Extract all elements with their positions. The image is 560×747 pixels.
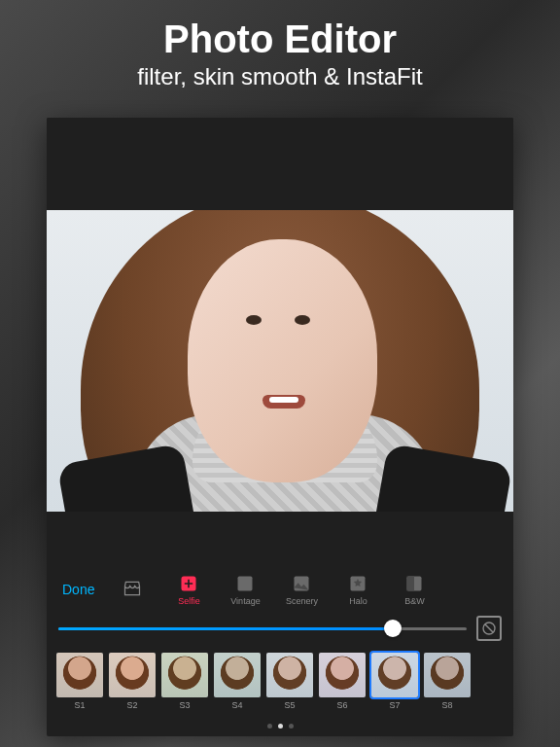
scenery-icon xyxy=(291,573,312,594)
main-photo xyxy=(47,210,513,512)
store-icon xyxy=(122,578,143,599)
filter-s5[interactable]: S5 xyxy=(266,653,313,710)
category-label: Scenery xyxy=(286,596,318,606)
filter-thumbnails: S1S2S3S4S5S6S7S8 xyxy=(47,649,513,724)
ban-icon xyxy=(481,621,497,636)
photo-canvas[interactable] xyxy=(47,118,513,565)
filter-label: S4 xyxy=(231,700,242,710)
intensity-row xyxy=(47,612,513,649)
slider-thumb[interactable] xyxy=(384,620,402,637)
page-dots xyxy=(47,724,513,736)
halo-icon xyxy=(347,573,368,594)
filter-s8[interactable]: S8 xyxy=(424,653,471,710)
filter-thumb xyxy=(214,653,261,697)
category-vintage[interactable]: Vintage xyxy=(221,573,269,606)
done-button[interactable]: Done xyxy=(56,578,100,601)
filter-thumb xyxy=(56,653,103,697)
category-label: Selfie xyxy=(178,596,200,606)
category-scenery[interactable]: Scenery xyxy=(277,573,326,606)
category-label: Halo xyxy=(349,596,368,606)
filter-thumb xyxy=(424,653,471,697)
filter-thumb xyxy=(109,653,156,697)
promo-title: Photo Editor xyxy=(0,18,560,61)
slider-fill xyxy=(58,627,393,630)
svg-rect-1 xyxy=(238,577,253,591)
filter-thumb xyxy=(161,653,208,697)
filter-label: S1 xyxy=(74,700,85,710)
category-bw[interactable]: B&W xyxy=(390,573,438,606)
dot-active xyxy=(278,724,283,729)
filter-label: S7 xyxy=(389,700,400,710)
filter-thumb xyxy=(266,653,313,697)
filter-s3[interactable]: S3 xyxy=(161,653,208,710)
category-toolbar: Done Selfie Vintage Scenery xyxy=(47,565,513,612)
category-label: B&W xyxy=(404,596,425,606)
filter-s7[interactable]: S7 xyxy=(371,653,418,710)
filter-thumb xyxy=(319,653,366,697)
filter-label: S8 xyxy=(441,700,452,710)
category-halo[interactable]: Halo xyxy=(333,573,382,606)
bw-icon xyxy=(403,573,425,594)
filter-s4[interactable]: S4 xyxy=(214,653,261,710)
editor-frame: Done Selfie Vintage Scenery xyxy=(47,118,513,736)
category-selfie[interactable]: Selfie xyxy=(164,573,213,606)
filter-s6[interactable]: S6 xyxy=(319,653,366,710)
intensity-slider[interactable] xyxy=(58,627,467,630)
filter-s2[interactable]: S2 xyxy=(109,653,156,710)
category-label: Vintage xyxy=(230,596,260,606)
promo-subtitle: filter, skin smooth & InstaFit xyxy=(0,63,560,90)
filter-label: S6 xyxy=(336,700,347,710)
filter-label: S2 xyxy=(126,700,137,710)
filter-label: S5 xyxy=(284,700,295,710)
category-store[interactable] xyxy=(108,578,157,601)
filter-s1[interactable]: S1 xyxy=(56,653,103,710)
selfie-icon xyxy=(178,573,199,594)
promo-header: Photo Editor filter, skin smooth & Insta… xyxy=(0,0,560,100)
filter-thumb xyxy=(371,653,418,697)
dot xyxy=(289,724,294,729)
filter-label: S3 xyxy=(179,700,190,710)
reset-filter-button[interactable] xyxy=(476,616,502,641)
vintage-icon xyxy=(234,573,256,594)
dot xyxy=(267,724,272,729)
